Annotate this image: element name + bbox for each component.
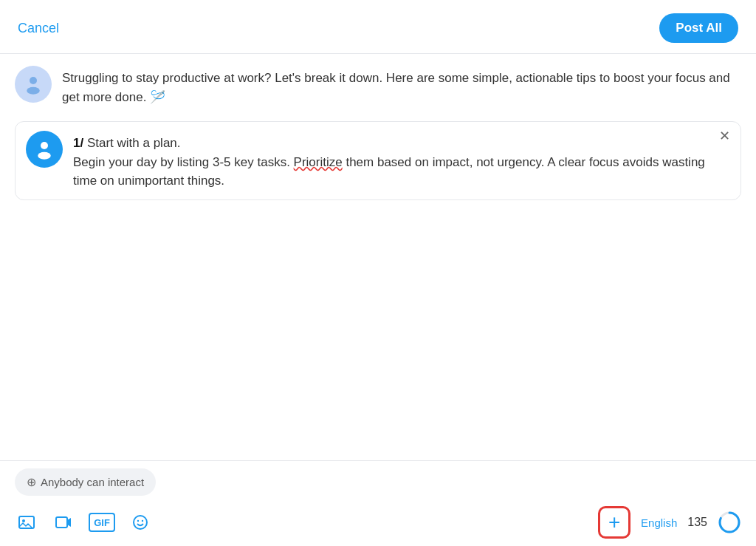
anybody-interact-label: Anybody can interact (41, 476, 144, 488)
first-tweet-content: Struggling to stay productive at work? L… (62, 66, 741, 106)
anybody-interact-button[interactable]: ⊕ Anybody can interact (15, 468, 156, 496)
language-selector[interactable]: English (641, 516, 677, 529)
svg-point-10 (142, 520, 143, 522)
post-all-button[interactable]: Post All (659, 13, 738, 43)
toolbar-left: GIF (15, 511, 152, 534)
svg-point-9 (137, 520, 139, 522)
tweet-number: 1/ (73, 136, 83, 150)
svg-point-5 (22, 519, 25, 522)
second-tweet-text: 1/ Start with a plan. Begin your day by … (73, 134, 730, 191)
gif-label: GIF (94, 517, 110, 528)
first-tweet-text: Struggling to stay productive at work? L… (62, 71, 730, 104)
avatar-first (15, 66, 52, 103)
svg-rect-4 (19, 516, 34, 528)
progress-circle (718, 511, 741, 534)
svg-point-2 (41, 142, 48, 149)
svg-rect-6 (56, 517, 67, 528)
video-icon-button[interactable] (52, 511, 75, 534)
tweet-body: Begin your day by listing 3-5 key tasks.… (73, 155, 705, 188)
tweet-title: Start with a plan. (83, 136, 180, 150)
gif-icon-button[interactable]: GIF (89, 513, 115, 532)
plus-icon: + (608, 512, 620, 533)
toolbar: GIF + English (15, 503, 741, 539)
toolbar-right: + English 135 (598, 506, 741, 539)
svg-point-3 (38, 152, 51, 160)
header: Cancel Post All (0, 0, 756, 54)
svg-point-1 (27, 87, 40, 95)
char-count: 135 (687, 516, 707, 529)
cancel-button[interactable]: Cancel (18, 21, 59, 36)
image-icon-button[interactable] (15, 511, 38, 534)
content-area: Struggling to stay productive at work? L… (0, 54, 756, 460)
app-container: Cancel Post All Struggling to stay produ… (0, 0, 756, 546)
svg-point-8 (134, 516, 147, 529)
second-tweet-content: 1/ Start with a plan. Begin your day by … (73, 131, 730, 191)
avatar-second (26, 131, 63, 168)
second-tweet-row: 1/ Start with a plan. Begin your day by … (15, 121, 741, 200)
emoji-icon-button[interactable] (128, 511, 152, 534)
first-tweet-row: Struggling to stay productive at work? L… (15, 66, 741, 106)
bottom-bar: ⊕ Anybody can interact (0, 460, 756, 546)
prioritize-word: Prioritize (294, 155, 343, 169)
globe-icon: ⊕ (27, 475, 36, 489)
svg-point-0 (30, 77, 37, 84)
close-tweet-button[interactable]: ✕ (719, 129, 730, 143)
add-tweet-button[interactable]: + (598, 506, 630, 539)
